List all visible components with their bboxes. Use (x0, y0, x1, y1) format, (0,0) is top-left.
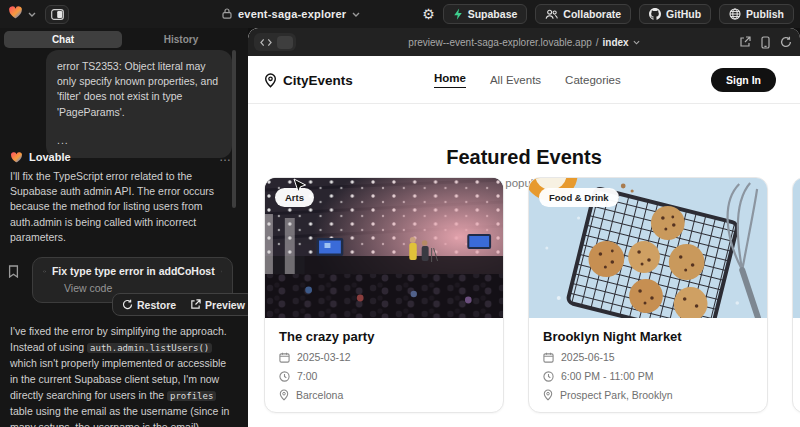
tab-history[interactable]: History (122, 31, 240, 48)
event-card-body: Brooklyn Night Market 2025-06-15 6:00 PM… (529, 318, 767, 412)
preview-page: index (603, 37, 629, 48)
refresh-icon[interactable] (780, 36, 792, 48)
chevron-right-icon (221, 267, 222, 276)
message-truncation-dots: ... (57, 133, 221, 148)
nav-home[interactable]: Home (434, 72, 466, 88)
workspace-chevron-down-icon[interactable] (28, 12, 36, 17)
mobile-view-icon[interactable] (761, 36, 770, 49)
calendar-icon (279, 352, 290, 363)
open-in-new-tab-icon[interactable] (739, 36, 751, 48)
event-card-2[interactable]: Food & Drink Brooklyn Night Market 2025-… (528, 177, 768, 413)
event-location-row: Prospect Park, Brooklyn (543, 389, 753, 401)
event-date-row: 2025-06-15 (543, 351, 753, 363)
publish-button[interactable]: Publish (719, 4, 794, 24)
topbar-left (8, 0, 69, 28)
event-title: The crazy party (279, 329, 489, 344)
project-chevron-down-icon (352, 12, 360, 17)
sidebar-tabs: Chat History (4, 31, 240, 48)
user-message-bubble: error TS2353: Object literal may only sp… (46, 50, 232, 158)
sidebar-scrollbar[interactable] (232, 50, 236, 208)
preview-chrome-bar: preview--event-saga-explorer.lovable.app… (248, 28, 800, 56)
restore-icon (122, 299, 133, 310)
tab-chat[interactable]: Chat (4, 31, 122, 48)
pin-icon (543, 389, 553, 401)
sidebar-toggle-button[interactable] (45, 5, 69, 24)
event-image-cookies: Food & Drink (529, 178, 767, 318)
sign-in-button[interactable]: Sign In (711, 68, 776, 92)
collaborate-button[interactable]: Collaborate (535, 4, 631, 24)
project-menu[interactable]: event-saga-explorer (222, 0, 360, 28)
clock-icon (543, 371, 554, 382)
site-header: CityEvents Home All Events Categories Si… (248, 56, 800, 104)
calendar-icon (543, 352, 554, 363)
pin-icon (279, 389, 289, 401)
user-message-text: error TS2353: Object literal may only sp… (57, 59, 221, 120)
nav-all-events[interactable]: All Events (490, 74, 541, 86)
code-icon (43, 267, 46, 276)
assistant-name: Lovable (29, 151, 71, 163)
supabase-button[interactable]: Supabase (443, 4, 528, 24)
site-nav: Home All Events Categories (434, 56, 621, 104)
featured-events-row: Arts The crazy party 2025-03-12 7:00 Bar… (264, 177, 800, 413)
globe-icon (729, 8, 741, 20)
lock-icon (222, 5, 232, 23)
event-time-row: 6:00 PM - 11:00 PM (543, 370, 753, 382)
address-bar[interactable]: preview--event-saga-explorer.lovable.app… (248, 28, 800, 56)
map-pin-icon (264, 73, 277, 88)
restore-button[interactable]: Restore (115, 294, 183, 315)
github-icon (649, 8, 661, 20)
chrome-actions (739, 28, 792, 56)
hero-title: Featured Events (248, 146, 800, 169)
preview-button[interactable]: Preview (183, 294, 248, 315)
topbar-actions: ⚙ Supabase Collaborate GitHub Publish (422, 0, 794, 28)
assistant-header: Lovable … (10, 150, 232, 164)
page-chevron-down-icon (633, 40, 640, 45)
bookmark-icon[interactable] (8, 264, 19, 282)
assistant-message-1: I'll fix the TypeScript error related to… (10, 169, 228, 245)
event-date-row: 2025-03-12 (279, 351, 489, 363)
category-badge: Food & Drink (539, 188, 619, 207)
fix-card-title: Fix type type error in addCoHost (52, 265, 215, 277)
site-content: CityEvents Home All Events Categories Si… (248, 56, 800, 427)
event-card-1[interactable]: Arts The crazy party 2025-03-12 7:00 Bar… (264, 177, 504, 413)
supabase-bolt-icon (453, 8, 463, 20)
chat-sidebar: Chat History error TS2353: Object litera… (0, 28, 248, 427)
lovable-logo-icon[interactable] (8, 5, 23, 23)
nav-categories[interactable]: Categories (565, 74, 621, 86)
external-link-icon (190, 299, 201, 310)
event-title: Brooklyn Night Market (543, 329, 753, 344)
event-time-row: 7:00 (279, 370, 489, 382)
preview-window: preview--event-saga-explorer.lovable.app… (248, 28, 800, 427)
message-action-bar: Restore Preview (112, 293, 248, 316)
github-button[interactable]: GitHub (639, 4, 711, 24)
category-badge: Arts (275, 188, 314, 207)
lovable-avatar-icon (10, 151, 23, 163)
assistant-message-2: I've fixed the error by simplifying the … (10, 324, 234, 427)
project-name: event-saga-explorer (238, 8, 346, 20)
event-card-body: The crazy party 2025-03-12 7:00 Barcelon… (265, 318, 503, 412)
people-icon (545, 9, 558, 20)
clock-icon (279, 371, 290, 382)
event-location-row: Barcelona (279, 389, 489, 401)
event-image-partial (793, 178, 800, 318)
event-image-conference: Arts (265, 178, 503, 318)
more-menu-icon[interactable]: … (219, 150, 232, 164)
site-brand[interactable]: CityEvents (264, 56, 353, 104)
preview-url: preview--event-saga-explorer.lovable.app (408, 37, 591, 48)
settings-gear-icon[interactable]: ⚙ (422, 7, 435, 21)
app-topbar: event-saga-explorer ⚙ Supabase Collabora… (0, 0, 800, 28)
event-card-3-partial[interactable] (792, 177, 800, 413)
